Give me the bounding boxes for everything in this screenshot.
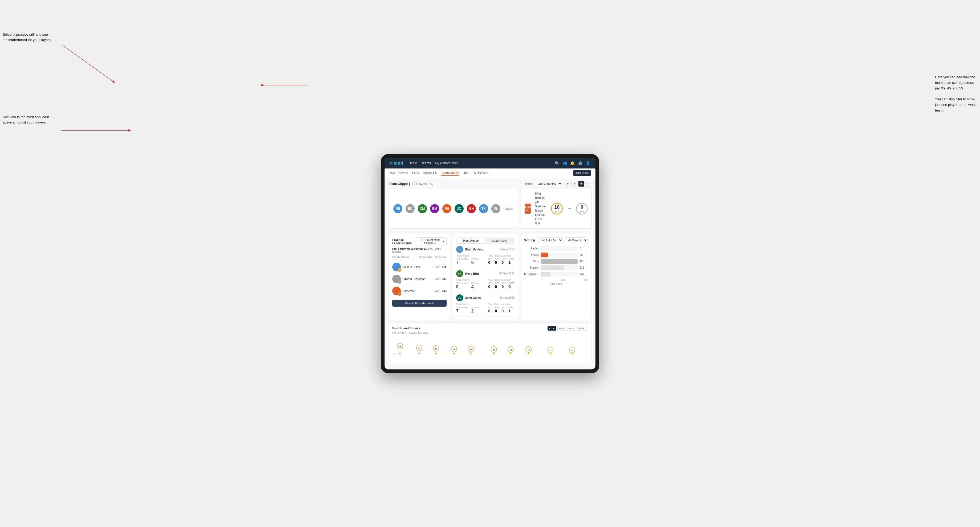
scoring-filter-1[interactable]: Par 3, 4 & 5s Par 3s Par 4s Par 5s [537,237,563,243]
nav-link-myperformance[interactable]: My Performance [435,160,458,166]
activity-tabs: Most Active Least Active [456,237,514,244]
lb-badge-2: 2 [398,280,401,284]
activity-name-3: Josh Coles [465,296,498,300]
player-avatar-9[interactable]: PL [492,204,500,213]
activity-stats-1: Total Rounds Tournament 7 Practice 6 [456,254,514,266]
lb-badge-3: 3 [398,292,401,296]
lb-score-1: 19/20 [433,265,440,268]
scoring-header: Scoring Par 3, 4 & 5s Par 3s Par 4s Par … [524,237,588,243]
search-icon[interactable]: 🔍 [555,161,559,165]
tablet-screen: clippd Home Teams My Performance 🔍 👥 🔔 ⚙… [385,158,595,370]
ott-button[interactable]: OTT [547,326,556,330]
subnav-right: Add Team [573,170,591,176]
bar-fill-dbogeys [541,272,550,276]
subnav: PGAT Players PGA Hcaps 1-5 Team Clippd T… [385,168,595,178]
lb-card-header: Practice Leaderboards PUTT Must Make Put… [392,237,447,245]
view-full-leaderboard-button[interactable]: View Full Leaderboard [392,300,447,306]
activity-name-1: Blair McHarg [465,248,498,251]
tourn-label-1: Tournament [456,258,468,260]
tab-most-active[interactable]: Most Active [457,238,485,243]
grid-small-icon[interactable]: ⊟ [571,181,578,187]
user-icon[interactable]: 👤 [585,161,590,165]
shot-badge: 198 SC [525,204,531,214]
svg-text:7x: 7x [399,345,401,347]
bar-row-eagles: Eagles 3 [524,246,588,251]
rounds-subtitle: Off The Tee, Fairway Accuracy [392,332,588,335]
subnav-all-players[interactable]: All Players [474,170,488,176]
team-header: Team Clippd | 14 Players ✏️ Show: Last 3… [389,181,591,187]
lb-subtitle: PUTT Must Make Putting (3-6 ft), Last 3 … [392,248,447,253]
settings-icon[interactable]: ⚙️ [578,161,582,165]
list-view-icon[interactable]: ☰ [578,181,584,187]
nav-link-teams[interactable]: Teams [421,160,431,166]
bar-track-dbogeys [541,272,578,276]
subnav-tour[interactable]: Tour [464,170,469,176]
nav-link-home[interactable]: Home [409,160,417,166]
total-shots-label: Total Shots [524,283,588,285]
activity-player-2: RB Rees Britt 02 Sep 2023 Total Rounds T… [456,268,514,292]
lb-dropdown[interactable]: PUTT Must Make Putting ... ▾ [416,237,447,245]
app-button[interactable]: APP [557,326,566,330]
player-avatar-8[interactable]: TK [479,204,488,213]
putt-button[interactable]: PUTT [578,326,588,330]
show-select[interactable]: Last 3 months Last 6 months Last year [535,181,562,186]
activity-date-1: 26 Aug 2023 [500,248,514,251]
svg-text:4x: 4x [528,348,530,351]
add-team-button[interactable]: Add Team [573,170,591,176]
filter-icon[interactable]: ⇅ [585,181,591,187]
bar-track-bogeys [541,265,578,270]
edit-icon[interactable]: ✏️ [429,182,433,186]
total-rounds-label-1: Total Rounds [456,254,480,257]
activity-date-3: 26 Aug 2023 [500,296,514,299]
annotation-top-left: Select a practice drill and seethe leade… [3,32,52,42]
svg-text:5x: 5x [469,348,472,350]
bar-row-dbogeys: D. Bogeys + 131 [524,272,588,276]
scoring-filter-2[interactable]: All Players [565,237,588,243]
activity-card: Most Active Least Active BM Blair McHarg… [453,234,518,320]
grid-view-icon[interactable]: ⊞ [565,181,570,187]
subnav-hcaps[interactable]: Hcaps 1-5 [423,170,437,176]
annotation-right-top: Here you can see how theteam have scored… [935,75,977,113]
tab-least-active[interactable]: Least Active [485,238,514,243]
activity-stats-3: Total Rounds Tournament 7 Practice 2 [456,303,514,314]
scoring-card: Scoring Par 3, 4 & 5s Par 3s Par 4s Par … [520,234,591,320]
lb-name-2: Edward Crossman [402,277,432,281]
player-avatar-7[interactable]: GH [467,204,476,213]
player-avatar-1[interactable]: RB [393,204,402,213]
shot-badge-val: 198 [525,205,531,209]
main-content: Team Clippd | 14 Players ✏️ Show: Last 3… [385,178,595,370]
player-avatar-3[interactable]: CM [418,204,427,213]
people-icon[interactable]: 👥 [562,161,567,165]
player-avatar-5[interactable]: RB [442,204,451,213]
player-avatar-6[interactable]: JC [455,204,464,213]
player-avatar-4[interactable]: BM [430,204,439,213]
bar-label-pars: Pars [524,260,539,263]
total-practice-label-1: Total Practice Activities [488,254,514,257]
activity-player-1: BM Blair McHarg 26 Aug 2023 Total Rounds… [456,244,514,268]
nav-links: Home Teams My Performance [409,160,549,166]
subnav-pgat[interactable]: PGAT Players [389,170,408,176]
players-label: Players [504,207,514,210]
subnav-team-clippd[interactable]: Team Clippd [441,170,460,176]
bell-icon[interactable]: 🔔 [570,161,575,165]
shot-info-card: 198 SC Shot Dist: 16 yds Start Lie: Roug… [520,189,592,229]
bar-chart: Eagles 3 Birdies 96 [524,245,588,278]
lb-row-1: 1 Richard Butler 19/20 110 [392,261,447,273]
subnav-pga[interactable]: PGA [412,170,418,176]
activity-stats-2: Total Rounds Tournament 8 Practice 4 [456,279,514,290]
arg-button[interactable]: ARG [567,326,577,330]
chart-axis: 0 200 400 [524,279,588,281]
practice-leaderboard-card: Practice Leaderboards PUTT Must Make Put… [389,234,450,320]
bar-value-bogeys: 311 [580,266,588,269]
bar-row-birdies: Birdies 96 [524,252,588,257]
player-avatar-2[interactable]: EC [406,204,415,213]
activity-avatar-2: RB [456,270,463,277]
svg-text:4x: 4x [493,348,495,351]
scoring-title: Scoring [524,238,535,242]
lb-headers: PLAYER NAME PB SCORE PB AVG SQ [392,256,447,259]
annotation-bottom-left: See who is the most and leastactive amon… [3,114,49,125]
bar-label-dbogeys: D. Bogeys + [524,273,539,275]
yardage-circle-2: 0 yds [576,203,588,214]
players-row: RB EC CM BM RB JC GH TK PL Players [389,189,518,229]
streak-chart: 7x 6x 6x [392,337,588,360]
